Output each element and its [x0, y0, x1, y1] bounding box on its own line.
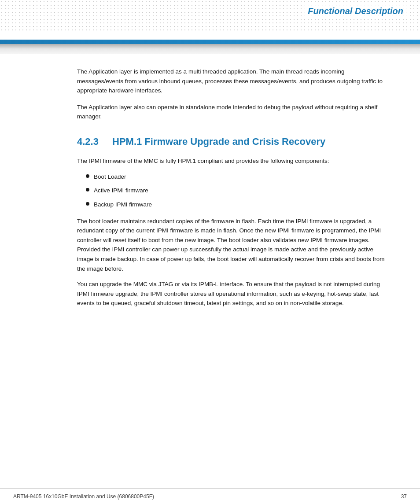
section-heading: 4.2.3 HPM.1 Firmware Upgrade and Crisis …: [77, 134, 385, 149]
bullet-dot-icon: [86, 202, 89, 206]
intro-paragraph-2: The Application layer also can operate i…: [77, 103, 385, 121]
footer-page-number: 37: [401, 493, 407, 500]
bullet-dot-icon: [86, 188, 89, 191]
blue-bar: [0, 40, 420, 44]
page-title: Functional Description: [308, 6, 403, 16]
bullet-dot-icon: [86, 174, 89, 178]
bullet-item-2: Active IPMI firmware: [94, 186, 148, 195]
footer-left-text: ARTM-9405 16x10GbE Installation and Use …: [13, 493, 154, 500]
list-item: Active IPMI firmware: [86, 186, 385, 195]
section-body-2: The boot loader maintains redundant copi…: [77, 217, 385, 274]
page-footer: ARTM-9405 16x10GbE Installation and Use …: [0, 488, 420, 504]
bullet-item-1: Boot Loader: [94, 172, 126, 182]
section-body-1: The IPMI firmware of the MMC is fully HP…: [77, 156, 385, 166]
section-number: 4.2.3: [77, 134, 103, 149]
section-body-3: You can upgrade the MMC via JTAG or via …: [77, 280, 385, 308]
section-title: HPM.1 Firmware Upgrade and Crisis Recove…: [112, 134, 325, 149]
bullet-item-3: Backup IPMI firmware: [94, 200, 152, 210]
header-title-area: Functional Description: [304, 4, 407, 18]
bullet-list: Boot Loader Active IPMI firmware Backup …: [86, 172, 385, 210]
list-item: Boot Loader: [86, 172, 385, 182]
main-content: The Application layer is implemented as …: [0, 54, 420, 327]
gray-bar: [0, 44, 420, 54]
list-item: Backup IPMI firmware: [86, 200, 385, 210]
header: Functional Description: [0, 0, 420, 40]
intro-paragraph-1: The Application layer is implemented as …: [77, 67, 385, 96]
